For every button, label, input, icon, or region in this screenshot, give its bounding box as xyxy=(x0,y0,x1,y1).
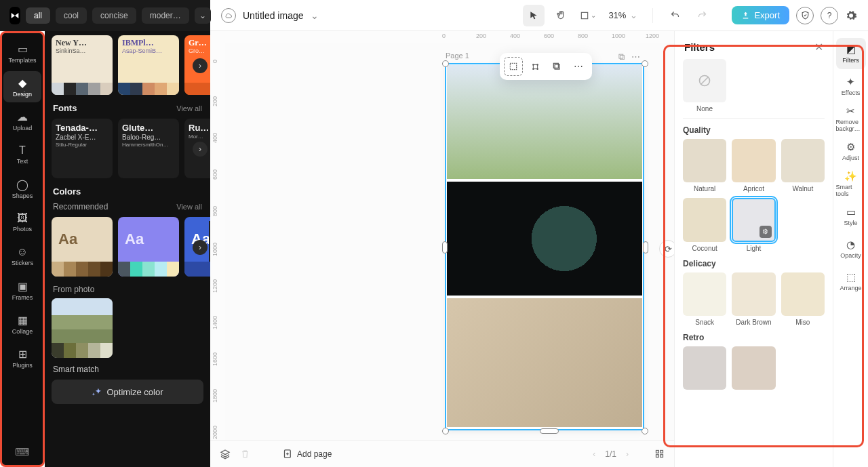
page-more-icon[interactable]: ⋯ xyxy=(631,52,640,62)
filter-item[interactable]: Coconut xyxy=(683,198,726,251)
filter-item[interactable]: Dark Brown xyxy=(732,272,775,326)
prev-page-icon[interactable]: ‹ xyxy=(593,449,595,459)
regenerate-icon[interactable]: ⟳ xyxy=(659,240,674,258)
rr-style[interactable]: ▭Style xyxy=(836,201,866,232)
filter-group-title: Retro xyxy=(683,326,825,346)
ai-tools-icon[interactable] xyxy=(526,57,545,76)
rail-plugins[interactable]: ⊞Plugins xyxy=(3,342,41,373)
crop-tool[interactable]: ⌄ xyxy=(577,5,599,26)
filters-panel: Filters ✕ None QualityNaturalApricotWaln… xyxy=(674,31,833,467)
help-icon[interactable]: ? xyxy=(821,7,838,24)
brand-card[interactable]: IBMPl…Asap-SemiB… xyxy=(118,35,179,95)
chip-concise[interactable]: concise xyxy=(92,7,136,24)
add-page-button[interactable]: Add page xyxy=(283,449,332,459)
optimize-color-button[interactable]: Optimize color xyxy=(52,380,203,404)
filter-none[interactable]: None xyxy=(683,59,726,113)
crop-icon[interactable] xyxy=(504,57,523,76)
chip-more[interactable]: ⌄ xyxy=(195,7,211,24)
left-rail: ▭Templates ◆Design ☁Upload TText ◯Shapes… xyxy=(0,31,45,467)
next-page-icon[interactable]: › xyxy=(626,449,629,459)
handle-mb[interactable] xyxy=(540,428,559,434)
rail-design[interactable]: ◆Design xyxy=(3,71,41,102)
filter-item[interactable]: Walnut xyxy=(781,139,825,192)
doc-title[interactable]: Untitled image xyxy=(243,10,304,21)
shield-icon[interactable] xyxy=(796,7,814,24)
adjust-icon[interactable]: ⚙ xyxy=(760,226,772,238)
handle-br[interactable] xyxy=(642,428,648,434)
rr-opacity[interactable]: ◔Opacity xyxy=(836,233,866,264)
filter-item[interactable] xyxy=(683,346,726,392)
settings-icon[interactable] xyxy=(845,9,857,22)
font-card[interactable]: Glute…Baloo-Reg…HammersmithOn… xyxy=(118,119,179,178)
rr-adjust[interactable]: ⚙Adjust xyxy=(836,136,866,167)
rr-arrange[interactable]: ⬚Arrange xyxy=(836,266,866,297)
delete-icon[interactable] xyxy=(240,449,250,459)
sidepanel: New Y…SinkinSa…IBMPl…Asap-SemiB…Gr…Gro…›… xyxy=(45,31,210,467)
fonts-viewall[interactable]: View all xyxy=(176,104,202,113)
chip-all[interactable]: all xyxy=(26,7,50,24)
redo-button[interactable] xyxy=(691,5,713,26)
filter-grid: SnackDark BrownMiso xyxy=(683,272,825,326)
filters-title: Filters xyxy=(684,41,715,53)
filter-item[interactable] xyxy=(732,346,775,392)
filters-body[interactable]: None QualityNaturalApricotWalnutCoconut⚙… xyxy=(675,59,833,467)
rr-effects[interactable]: ✦Effects xyxy=(836,70,866,102)
rr-removebg[interactable]: ✂Remove backgr… xyxy=(836,103,866,134)
handle-tr[interactable] xyxy=(642,60,648,67)
handle-bl[interactable] xyxy=(442,428,449,434)
filter-item[interactable]: Natural xyxy=(683,139,726,192)
duplicate-page-icon[interactable]: ⧉ xyxy=(618,52,625,62)
filter-item[interactable]: ⚙Light xyxy=(732,198,775,251)
rail-photos[interactable]: 🖼Photos xyxy=(3,207,41,238)
color-card[interactable]: Aa xyxy=(52,217,113,277)
rail-upload[interactable]: ☁Upload xyxy=(3,105,41,136)
undo-button[interactable] xyxy=(664,5,686,26)
topbar-left-dark: all cool concise moder… ⌄ xyxy=(0,0,210,31)
chip-cool[interactable]: cool xyxy=(56,7,87,24)
handle-ml[interactable] xyxy=(442,241,448,253)
svg-rect-9 xyxy=(656,451,659,453)
rail-templates[interactable]: ▭Templates xyxy=(3,37,41,68)
chip-modern[interactable]: moder… xyxy=(142,7,189,24)
rail-frames[interactable]: ▣Frames xyxy=(3,275,41,306)
title-chevron-icon[interactable]: ⌄ xyxy=(311,10,319,21)
svg-rect-0 xyxy=(582,12,588,18)
export-button[interactable]: Export xyxy=(732,6,789,24)
rail-text[interactable]: TText xyxy=(3,139,41,170)
handle-tl[interactable] xyxy=(442,60,449,67)
more-icon[interactable]: ⋯ xyxy=(569,57,588,76)
app-logo[interactable] xyxy=(9,7,20,24)
rail-shapes[interactable]: ◯Shapes xyxy=(3,173,41,204)
svg-rect-10 xyxy=(660,451,663,453)
copy-icon[interactable] xyxy=(547,57,566,76)
next-icon[interactable]: › xyxy=(193,240,208,255)
next-icon[interactable]: › xyxy=(193,142,208,157)
brand-cards-row: New Y…SinkinSa…IBMPl…Asap-SemiB…Gr…Gro…› xyxy=(52,35,203,95)
rr-filters[interactable]: ◩Filters xyxy=(836,38,866,69)
element-toolbar: ⋯ xyxy=(500,53,592,80)
next-icon[interactable]: › xyxy=(193,58,208,73)
rr-smart[interactable]: ✨Smart tools xyxy=(836,168,866,199)
brand-card[interactable]: New Y…SinkinSa… xyxy=(52,35,113,95)
canvas-inner[interactable]: Page 1 ⧉ ⋯ ⟳ xyxy=(225,43,674,440)
close-icon[interactable]: ✕ xyxy=(814,41,823,54)
rail-stickers[interactable]: ☺Stickers xyxy=(3,241,41,272)
rail-keyboard-icon[interactable]: ⌨ xyxy=(15,446,30,458)
filter-item[interactable]: Apricot xyxy=(732,139,775,192)
filter-item[interactable]: Snack xyxy=(683,272,726,326)
select-tool[interactable] xyxy=(523,5,545,26)
svg-rect-7 xyxy=(553,63,558,68)
zoom-control[interactable]: 31%⌄ xyxy=(604,10,642,20)
font-card[interactable]: Tenada-…Zacbel X-E…Stilu-Regular xyxy=(52,119,113,178)
filter-item[interactable]: Miso xyxy=(781,272,825,326)
colors-viewall[interactable]: View all xyxy=(176,203,202,211)
page-label: Page 1 xyxy=(446,52,469,60)
hand-tool[interactable] xyxy=(550,5,572,26)
color-card[interactable]: Aa xyxy=(118,217,179,277)
cloud-icon[interactable] xyxy=(221,8,236,23)
grid-view-icon[interactable] xyxy=(654,449,665,459)
rail-collage[interactable]: ▦Collage xyxy=(3,308,41,340)
sidepanel-scroll[interactable]: New Y…SinkinSa…IBMPl…Asap-SemiB…Gr…Gro…›… xyxy=(45,31,210,467)
fromphoto-card[interactable] xyxy=(52,298,113,358)
handle-mr[interactable] xyxy=(643,241,648,253)
